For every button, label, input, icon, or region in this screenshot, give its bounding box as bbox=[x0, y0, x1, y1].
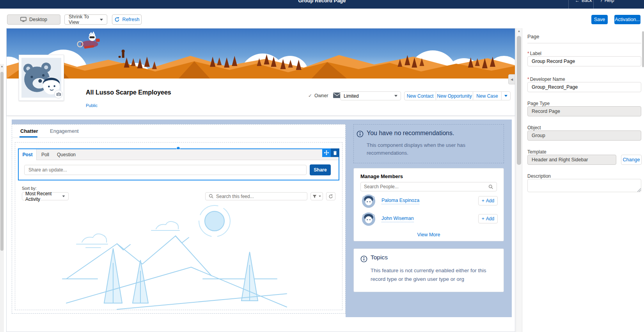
avatar bbox=[362, 195, 375, 209]
back-button[interactable]: ←Back bbox=[575, 0, 592, 3]
recommendations-body: This component displays when the user ha… bbox=[367, 141, 484, 157]
member-search-input[interactable] bbox=[364, 184, 488, 189]
device-desktop-button[interactable]: Desktop bbox=[7, 14, 60, 25]
scroll-up-arrow[interactable]: ▲ bbox=[0, 65, 4, 68]
group-action-buttons: New Contact New Opportunity New Case bbox=[404, 91, 511, 100]
back-arrow-icon: ← bbox=[575, 0, 580, 3]
collapse-arrow-icon: ◀ bbox=[511, 78, 513, 81]
add-member-button[interactable]: +Add bbox=[478, 214, 498, 223]
plus-icon: + bbox=[482, 198, 484, 203]
refresh-button[interactable]: Refresh bbox=[112, 14, 142, 25]
info-icon bbox=[357, 130, 364, 139]
builder-page-title: Group Record Page bbox=[0, 0, 644, 4]
trash-icon bbox=[333, 150, 337, 155]
envelope-icon bbox=[333, 93, 341, 98]
lightning-app-builder: Group Record Page ←Back ?Help Desktop Sh… bbox=[0, 0, 644, 332]
activation-button[interactable]: Activation... bbox=[614, 15, 640, 24]
avatar bbox=[362, 212, 375, 227]
left-scrollbar-thumb[interactable] bbox=[0, 72, 4, 251]
member-link[interactable]: Paloma Espinoza bbox=[381, 198, 419, 204]
panel-scrollbar-thumb[interactable] bbox=[642, 31, 644, 67]
change-template-button[interactable]: Change bbox=[621, 155, 642, 165]
chevron-down-icon bbox=[394, 95, 397, 97]
delete-component-button[interactable] bbox=[331, 148, 339, 157]
help-icon: ? bbox=[600, 0, 603, 3]
view-mode-select[interactable]: Shrink To View bbox=[64, 14, 107, 25]
resize-handle[interactable] bbox=[637, 188, 641, 192]
group-name: All Lusso Scarpe Employees bbox=[86, 89, 171, 96]
refresh-icon bbox=[328, 194, 333, 199]
template-field-label: Template bbox=[527, 149, 546, 155]
chevron-down-icon bbox=[319, 196, 321, 197]
share-update-input[interactable] bbox=[24, 165, 307, 175]
move-component-button[interactable] bbox=[322, 148, 331, 157]
save-button[interactable]: Save bbox=[591, 15, 608, 24]
top-bar: Group Record Page ←Back ?Help bbox=[0, 0, 644, 9]
tab-chatter[interactable]: Chatter bbox=[20, 128, 38, 134]
developer-name-field-input[interactable] bbox=[527, 82, 641, 92]
description-field-textarea[interactable] bbox=[527, 179, 641, 192]
camera-icon bbox=[56, 92, 61, 96]
chevron-down-icon bbox=[100, 19, 103, 21]
topics-heading: Topics bbox=[371, 254, 388, 261]
new-case-button[interactable]: New Case bbox=[473, 91, 502, 100]
help-button[interactable]: ?Help bbox=[600, 0, 614, 3]
topbar-divider bbox=[593, 0, 594, 9]
new-opportunity-button[interactable]: New Opportunity bbox=[436, 91, 473, 100]
tab-engagement[interactable]: Engagement bbox=[50, 128, 79, 134]
topbar-divider bbox=[568, 0, 569, 9]
region-placeholder-strip bbox=[12, 120, 346, 124]
check-icon: ✓ bbox=[308, 93, 312, 98]
collapse-panel-handle[interactable]: ◀ bbox=[508, 74, 515, 84]
more-actions-button[interactable] bbox=[501, 91, 511, 100]
recommendations-heading: You have no recommendations. bbox=[367, 130, 454, 137]
label-field-input[interactable] bbox=[527, 56, 641, 66]
filter-icon bbox=[312, 195, 317, 198]
publisher-tab-poll[interactable]: Poll bbox=[41, 149, 49, 160]
member-link[interactable]: John Wiseman bbox=[381, 216, 414, 222]
email-group-button[interactable] bbox=[333, 93, 341, 100]
change-photo-button[interactable] bbox=[54, 90, 63, 98]
label-field-label: *Label bbox=[527, 51, 541, 56]
scroll-up-arrow[interactable]: ▲ bbox=[516, 29, 522, 33]
object-field-input bbox=[527, 130, 641, 141]
chevron-down-icon bbox=[62, 195, 65, 197]
developer-name-field-label: *Developer Name bbox=[527, 77, 565, 82]
panel-heading: Page bbox=[527, 34, 539, 39]
feed-search[interactable] bbox=[205, 192, 307, 200]
canvas-scrollbar-thumb[interactable] bbox=[517, 36, 521, 165]
new-contact-button[interactable]: New Contact bbox=[404, 91, 436, 100]
group-access-select[interactable]: Limited bbox=[340, 91, 401, 100]
move-icon bbox=[324, 150, 329, 155]
publisher-tab-question[interactable]: Question bbox=[57, 149, 76, 160]
chevron-down-icon bbox=[504, 95, 507, 97]
template-field-input bbox=[527, 155, 616, 165]
group-visibility-link[interactable]: Public bbox=[86, 103, 98, 108]
feed-filter-button[interactable] bbox=[310, 192, 323, 200]
view-more-link[interactable]: View More bbox=[353, 232, 504, 237]
monitor-icon bbox=[20, 17, 27, 22]
page-type-field-input bbox=[527, 106, 641, 116]
feed-sort-select[interactable]: Most Recent Activity bbox=[22, 192, 69, 200]
left-scrollbar[interactable]: ▲ bbox=[0, 64, 4, 332]
sort-by-label: Sort by: bbox=[22, 186, 37, 191]
page-type-field-label: Page Type bbox=[527, 101, 550, 106]
publisher-tab-post[interactable]: Post bbox=[19, 149, 37, 160]
share-button[interactable]: Share bbox=[310, 164, 331, 175]
description-field-label: Description bbox=[527, 173, 551, 179]
owner-indicator[interactable]: ✓ Owner bbox=[308, 93, 328, 98]
group-banner-image bbox=[7, 29, 515, 79]
feed-refresh-button[interactable] bbox=[326, 192, 335, 200]
add-member-button[interactable]: +Add bbox=[478, 196, 498, 205]
plus-icon: + bbox=[482, 216, 484, 221]
empty-feed-illustration bbox=[59, 205, 293, 311]
info-icon bbox=[360, 255, 367, 264]
divider bbox=[527, 43, 641, 43]
builder-toolbar: Desktop Shrink To View Refresh Save Acti… bbox=[0, 9, 644, 28]
feed-search-input[interactable] bbox=[216, 194, 304, 199]
manage-members-heading: Manage Members bbox=[360, 173, 403, 179]
member-search[interactable] bbox=[360, 182, 497, 191]
object-field-label: Object bbox=[527, 125, 541, 130]
search-icon bbox=[209, 194, 214, 199]
canvas-scrollbar[interactable]: ▲ bbox=[516, 28, 522, 332]
